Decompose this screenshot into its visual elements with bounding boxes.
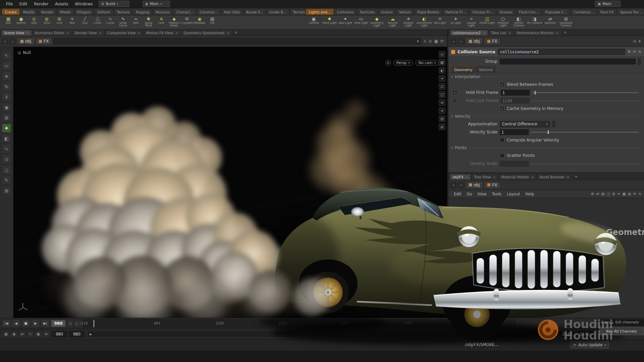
network-menu-item[interactable]: Layout <box>504 191 523 197</box>
pane-tab[interactable]: Geometry Spreadsheet × <box>181 30 232 36</box>
menu-item[interactable]: Edit <box>16 1 31 7</box>
add-pane-tab-button[interactable]: + <box>561 30 569 36</box>
back-icon[interactable]: ‹ <box>450 182 457 188</box>
hold-last-frame-field[interactable]: 1145 <box>501 98 530 104</box>
shelf-tab[interactable]: Particle Fl... <box>442 9 469 15</box>
viewport-tool-icon[interactable]: ⊞ <box>2 113 11 122</box>
group-field[interactable] <box>500 59 636 64</box>
shelf-tool[interactable]: ○ Ambient Light <box>495 16 511 29</box>
menu-item[interactable]: Windows <box>71 1 96 7</box>
shelf-tab[interactable]: Guide B... <box>266 9 289 15</box>
transport-button[interactable]: ▶ <box>31 320 40 327</box>
forward-icon[interactable]: › <box>10 38 16 44</box>
shelf-tool[interactable]: ✎ Draw Curve <box>117 16 129 29</box>
shelf-tool[interactable]: ✶ GI Light <box>448 16 464 29</box>
viewport-display-icon[interactable]: ◍ <box>439 123 445 130</box>
viewport-display-icon[interactable]: ◐ <box>439 67 445 74</box>
shelf-tab[interactable]: Container... <box>571 9 597 15</box>
network-toolbar-icon[interactable]: ◫ <box>607 192 610 196</box>
viewport-tool-icon[interactable]: △ <box>2 165 11 174</box>
transport-button[interactable]: ◀ <box>12 320 20 327</box>
close-icon[interactable]: × <box>556 31 558 35</box>
pane-tab[interactable]: Animation Editor × <box>32 30 72 36</box>
viewport-display-icon[interactable]: ◎ <box>439 51 445 58</box>
cache-geometry-checkbox[interactable]: ✓ <box>500 106 504 111</box>
frame-step-button[interactable]: ◁ <box>67 320 73 327</box>
shelf-tab[interactable]: Deform <box>94 9 113 15</box>
shelf-tool[interactable]: ▦ Box <box>2 16 15 29</box>
viewport-display-icon[interactable]: ⊡ <box>439 83 445 90</box>
velocity-scale-field[interactable]: 1 <box>500 129 529 135</box>
playbar-option-icon[interactable]: ≡ <box>43 331 50 337</box>
range-marker-icon[interactable]: ▶ <box>90 333 92 336</box>
param-folder-tab[interactable]: Volume <box>476 66 496 73</box>
node-name-field[interactable]: collisionsource2 <box>498 49 625 55</box>
viewport-display-icon[interactable]: ∗ <box>439 107 445 114</box>
shelf-tab[interactable]: Model <box>57 9 74 15</box>
network-toolbar-icon[interactable]: ≣ <box>612 192 615 196</box>
menu-item[interactable]: Render <box>31 1 52 7</box>
pin-icon[interactable]: ⊙ <box>633 39 636 44</box>
viewport-tool-icon[interactable]: ∿ <box>2 144 11 153</box>
network-menu-item[interactable]: View <box>475 191 489 197</box>
key-all-channels-button[interactable]: Key All Channels <box>599 327 644 335</box>
playbar-option-icon[interactable]: ▣ <box>35 331 42 337</box>
menu-item[interactable]: Assets <box>52 1 71 7</box>
value-ladder-handle[interactable] <box>552 121 555 127</box>
shelf-tool[interactable]: ⊞ Quadsplit Camera <box>558 16 574 29</box>
add-shelf-tab-button[interactable]: + <box>244 9 251 15</box>
path-chip-obj[interactable]: obj <box>17 38 34 45</box>
pane-tab[interactable]: Take List × <box>488 30 514 36</box>
viewport-display-icon[interactable]: ◫ <box>439 91 445 98</box>
shelf-tool[interactable]: ∿ Curve <box>104 16 117 29</box>
path-chip-fx[interactable]: FX <box>484 182 500 188</box>
main-selector[interactable]: ◉ Main ▾ <box>143 1 170 7</box>
pathbar-icon[interactable]: ⌖ <box>424 39 426 44</box>
path-chip-fx[interactable]: FX <box>36 38 52 45</box>
close-icon[interactable]: × <box>493 175 495 179</box>
shelf-tool[interactable]: ▭ Area Light <box>353 16 369 29</box>
range-end-field2[interactable]: 1145 <box>577 331 592 337</box>
viewport-tool-icon[interactable]: ⊙ <box>2 155 11 164</box>
viewport-tool-icon[interactable]: ◧ <box>2 134 11 143</box>
network-toolbar-icon[interactable]: ⊙ <box>638 192 641 196</box>
shelf-tool[interactable]: ◎ Tube <box>28 16 40 29</box>
viewport-display-icon[interactable]: ▦ <box>439 59 445 66</box>
shelf-tool[interactable]: A Font <box>155 16 168 29</box>
pane-tab[interactable]: collisionsource2 × <box>450 30 488 36</box>
transport-button[interactable]: ▶| <box>41 320 50 327</box>
path-chip-obj[interactable]: obj <box>466 182 483 188</box>
pathbar-icon[interactable]: ⊙ <box>429 39 432 44</box>
network-toolbar-icon[interactable]: ✦ <box>617 192 620 196</box>
shelf-tool[interactable]: Ψ L-System <box>180 16 193 29</box>
network-toolbar-icon[interactable]: ▤ <box>601 192 604 196</box>
viewport-tool-icon[interactable]: ✎ <box>2 176 11 184</box>
playhead[interactable] <box>94 320 94 327</box>
network-pane-tab[interactable]: Tree View × <box>471 174 498 180</box>
shelf-tab[interactable]: Constrai... <box>197 9 221 15</box>
menu-item[interactable]: File <box>3 1 16 7</box>
pane-tab[interactable]: Render View × <box>72 30 104 36</box>
shelf-tool[interactable]: ▤ File <box>206 16 219 29</box>
close-icon[interactable]: × <box>531 175 534 179</box>
blend-between-frames-checkbox[interactable]: ✓ <box>500 82 504 87</box>
range-slider[interactable]: ▶ <box>89 332 555 337</box>
viewport-display-icon[interactable]: ✦ <box>439 75 445 82</box>
param-folder-tab[interactable]: Geometry <box>451 66 476 73</box>
projection-menu[interactable]: Persp ▾ <box>393 60 413 66</box>
network-toolbar-icon[interactable]: ⟳ <box>633 192 636 196</box>
path-combo-field[interactable]: ▾ <box>53 38 421 45</box>
shelf-tab[interactable]: Charact... <box>173 9 196 15</box>
desktop-selector[interactable]: ⊞ Build ▾ <box>99 1 129 7</box>
viewport-canvas[interactable] <box>13 47 447 318</box>
shelf-tool[interactable]: ✱ Spray Paint <box>142 16 155 29</box>
forward-icon[interactable]: › <box>458 38 464 44</box>
camera-menu[interactable]: No cam ▾ <box>415 60 439 66</box>
shelf-tab[interactable]: Lights and... <box>306 9 334 15</box>
node-blast5[interactable]: blast5 <box>546 226 564 230</box>
shelf-tool[interactable]: ◫ Portal Light <box>479 16 495 29</box>
viewport-tool-icon[interactable]: ▭ <box>2 61 11 70</box>
desktop-main-chip[interactable]: ▣ Main <box>595 1 621 7</box>
playbar-option-icon[interactable]: ◉ <box>11 331 17 337</box>
shelf-tool[interactable]: ⇄ Switcher <box>542 16 558 29</box>
